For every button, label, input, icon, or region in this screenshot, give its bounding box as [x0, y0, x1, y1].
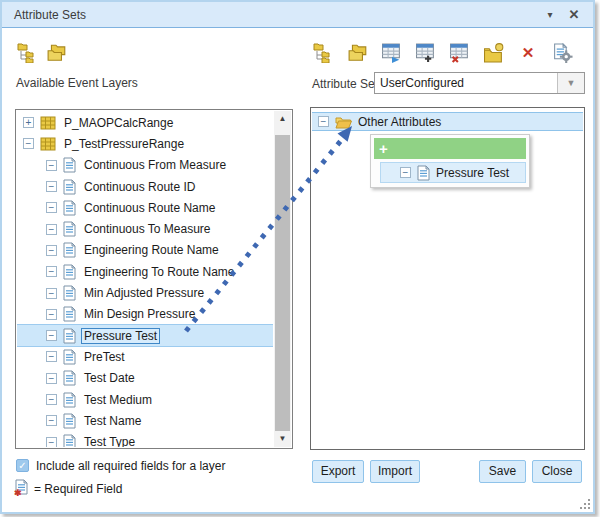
expander-icon[interactable]: − — [23, 138, 34, 149]
expander-icon[interactable]: − — [46, 288, 57, 299]
new-folder-icon[interactable] — [483, 43, 505, 63]
tree-item[interactable]: −Pressure Test — [17, 325, 273, 346]
expander-icon[interactable]: − — [46, 266, 57, 277]
table-add-icon[interactable] — [415, 43, 437, 63]
tree-item[interactable]: −Test Type — [17, 431, 273, 447]
expander-icon[interactable]: − — [46, 351, 57, 362]
tree-item-label: Continuous Route Name — [82, 201, 217, 215]
tree-item[interactable]: −P_TestPressureRange — [17, 133, 273, 154]
field-icon — [63, 200, 76, 216]
tree-item-label: Min Design Pressure — [82, 307, 197, 321]
window-title: Attribute Sets — [14, 2, 86, 28]
expander-icon[interactable]: − — [46, 373, 57, 384]
event-layers-tree-icon[interactable] — [17, 43, 39, 63]
tree-item-label: Engineering Route Name — [82, 243, 221, 257]
expander-icon[interactable]: − — [46, 160, 57, 171]
expander-icon[interactable]: − — [46, 181, 57, 192]
field-icon — [63, 157, 76, 173]
attribute-tree-icon[interactable] — [313, 43, 335, 63]
scroll-up-icon[interactable]: ▲ — [274, 111, 291, 127]
tree-item[interactable]: −Continuous Route ID — [17, 176, 273, 197]
expander-icon[interactable]: − — [318, 116, 329, 127]
title-bar[interactable]: Attribute Sets ▾ ✕ — [2, 2, 593, 28]
tree-item[interactable]: −Engineering Route Name — [17, 240, 273, 261]
required-field-icon: ✱ — [14, 479, 28, 496]
tree-item-label: Engineering To Route Name — [82, 265, 237, 279]
expander-icon[interactable]: − — [46, 202, 57, 213]
table-import-icon[interactable] — [381, 43, 403, 63]
expander-icon[interactable]: − — [46, 309, 57, 320]
tree-item[interactable]: −Continuous From Measure — [17, 155, 273, 176]
field-icon — [63, 370, 76, 386]
table-remove-icon[interactable] — [449, 43, 471, 63]
field-icon — [63, 242, 76, 258]
drop-target-bar: + — [374, 138, 526, 159]
expander-icon[interactable]: − — [46, 394, 57, 405]
field-icon — [63, 392, 76, 408]
tree-item-label: Continuous To Measure — [82, 222, 213, 236]
open-folder-icon — [335, 115, 352, 129]
field-icon — [63, 349, 76, 365]
drag-preview-label: Pressure Test — [436, 166, 509, 180]
tree-item-label: Test Medium — [82, 393, 154, 407]
event-layer-icon — [40, 137, 56, 151]
expander-icon[interactable]: − — [46, 245, 57, 256]
tree-item-label: Continuous Route ID — [82, 180, 197, 194]
field-icon — [63, 285, 76, 301]
tree-item[interactable]: −Test Medium — [17, 389, 273, 410]
attribute-set-toolbar: ✕ — [313, 43, 573, 63]
close-icon[interactable]: ✕ — [565, 2, 583, 28]
svg-text:✱: ✱ — [14, 488, 22, 496]
expander-icon[interactable]: − — [46, 415, 57, 426]
open-folder-icon[interactable] — [347, 43, 369, 63]
plus-icon: + — [379, 140, 388, 157]
scroll-down-icon[interactable]: ▼ — [274, 431, 291, 447]
close-button[interactable]: Close — [532, 460, 582, 483]
tree-item-label: Pressure Test — [82, 329, 159, 343]
tree-rows: +P_MAOPCalcRange−P_TestPressureRange−Con… — [17, 112, 273, 447]
collapse-icon[interactable]: ▾ — [541, 2, 559, 28]
open-folder-icon[interactable] — [46, 43, 68, 63]
field-icon — [63, 434, 76, 447]
save-button[interactable]: Save — [479, 460, 526, 483]
field-icon — [63, 306, 76, 322]
expander-icon[interactable]: − — [46, 437, 57, 447]
report-settings-icon[interactable] — [551, 43, 573, 63]
tree-item[interactable]: −Continuous Route Name — [17, 197, 273, 218]
tree-item[interactable]: −Engineering To Route Name — [17, 261, 273, 282]
expander-icon[interactable]: + — [23, 117, 34, 128]
tree-item[interactable]: −Min Design Pressure — [17, 304, 273, 325]
chevron-down-icon[interactable]: ▼ — [557, 73, 584, 93]
field-icon — [63, 413, 76, 429]
tree-item[interactable]: −Continuous To Measure — [17, 218, 273, 239]
attribute-sets-dialog: Attribute Sets ▾ ✕ ✕ Available Event Lay… — [0, 0, 595, 514]
field-icon — [417, 165, 430, 181]
drag-preview: + − Pressure Test — [370, 134, 530, 188]
tree-scrollbar[interactable]: ▲ ▼ — [274, 111, 291, 447]
tree-item[interactable]: −Test Date — [17, 368, 273, 389]
tree-item[interactable]: −PreTest — [17, 346, 273, 367]
attribute-set-label: Attribute Set: — [312, 77, 381, 91]
tree-item-label: Test Name — [82, 414, 143, 428]
export-button[interactable]: Export — [312, 460, 364, 483]
expander-icon[interactable]: − — [46, 224, 57, 235]
tree-item-label: Min Adjusted Pressure — [82, 286, 206, 300]
tree-item[interactable]: −Test Name — [17, 410, 273, 431]
scrollbar-thumb[interactable] — [275, 135, 290, 435]
include-required-fields-checkbox[interactable]: ✓ — [16, 459, 29, 472]
tree-item-label: Test Date — [82, 371, 137, 385]
attribute-set-dropdown[interactable]: UserConfigured ▼ — [374, 72, 585, 94]
tree-item[interactable]: +P_MAOPCalcRange — [17, 112, 273, 133]
field-icon — [63, 179, 76, 195]
required-field-label: = Required Field — [34, 482, 122, 496]
expander-icon[interactable]: − — [46, 330, 57, 341]
field-icon — [63, 328, 76, 344]
expander-icon: − — [400, 167, 411, 178]
event-layers-tree[interactable]: +P_MAOPCalcRange−P_TestPressureRange−Con… — [15, 109, 293, 449]
resize-grip-icon[interactable] — [579, 498, 590, 509]
tree-item[interactable]: −Min Adjusted Pressure — [17, 282, 273, 303]
import-button[interactable]: Import — [370, 460, 420, 483]
other-attributes-row[interactable]: − Other Attributes — [312, 112, 583, 131]
available-event-layers-label: Available Event Layers — [16, 76, 138, 90]
delete-icon[interactable]: ✕ — [517, 43, 539, 63]
